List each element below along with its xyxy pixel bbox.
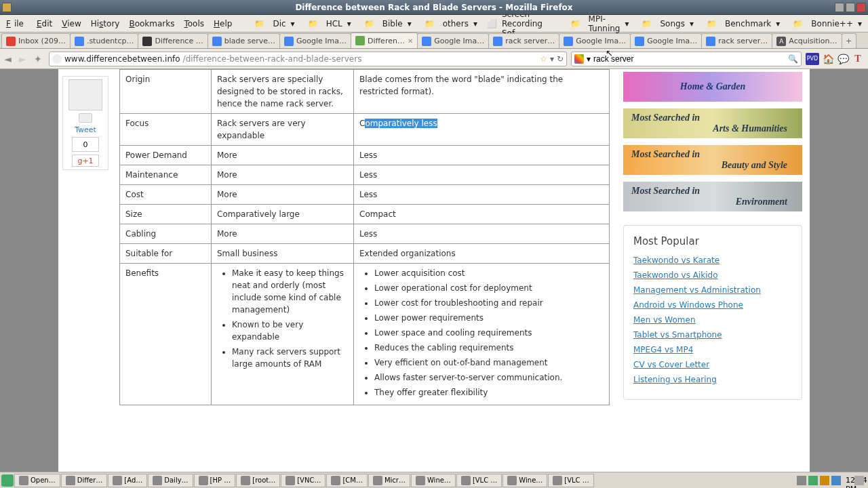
bookmark-songs[interactable]: 📁Songs▾	[635, 16, 696, 31]
reload-icon[interactable]: ↻	[557, 54, 564, 64]
home-icon[interactable]: 🏠	[822, 53, 834, 65]
text-icon[interactable]: T	[852, 53, 864, 65]
tab-inbox[interactable]: Inbox (209…	[1, 33, 71, 48]
taskbar-button[interactable]: Daily…	[148, 474, 193, 487]
taskbar-button[interactable]: Wine…	[502, 474, 547, 487]
tray-icon[interactable]	[808, 476, 818, 485]
search-box[interactable]: ▾ 🔍	[571, 52, 802, 66]
site-identity-icon[interactable]	[52, 54, 62, 64]
bookmark-bible[interactable]: 📁Bible▾	[357, 16, 415, 31]
menu-history[interactable]: History	[87, 18, 123, 30]
list-item: Lower acquisition cost	[374, 267, 604, 279]
bookmark-benchmark[interactable]: 📁Benchmark▾	[700, 16, 783, 31]
table-row: OriginRack servers are specially designe…	[120, 70, 610, 114]
table-row: MaintenanceMoreLess	[120, 165, 610, 185]
menubar: File Edit View History Bookmarks Tools H…	[0, 15, 868, 33]
right-sidebar: Home & Garden Most Searched inArts & Hum…	[616, 69, 810, 472]
list-item: Many rack servers support large amounts …	[232, 346, 348, 370]
bookmark-hcl[interactable]: 📁HCL▾	[301, 16, 355, 31]
show-desktop-icon[interactable]	[854, 476, 864, 485]
share-sidebar: Tweet 0 g+1	[58, 69, 113, 472]
tab-blade-server[interactable]: blade serve…	[208, 33, 280, 48]
tab-strip: Inbox (209… .studentcp… Difference … bla…	[0, 33, 868, 49]
tab-rack-server-1[interactable]: rack server…	[488, 33, 559, 48]
chat-icon[interactable]: 💬	[837, 53, 849, 65]
menu-edit[interactable]: Edit	[33, 18, 56, 30]
taskbar-button[interactable]: [HP …	[194, 474, 236, 487]
activity-icon[interactable]: ✦	[34, 54, 45, 64]
list-item: Lower space and cooling requirements	[374, 327, 604, 339]
search-submit-icon[interactable]: 🔍	[788, 54, 798, 64]
popular-link[interactable]: Tablet vs Smartphone	[633, 330, 792, 340]
taskbar-button[interactable]: [VNC…	[281, 474, 326, 487]
menu-file[interactable]: File	[3, 18, 31, 30]
taskbar-button[interactable]: [VLC …	[456, 474, 502, 487]
bookmark-bonnie[interactable]: 📁Bonnie++▾	[786, 16, 865, 31]
google-icon[interactable]	[574, 54, 584, 64]
banner-beauty-style[interactable]: Most Searched inBeauty and Style	[623, 145, 802, 175]
tab-close-icon[interactable]: ✕	[408, 37, 413, 45]
bookmark-dic[interactable]: 📁Dic▾	[248, 16, 298, 31]
banner-arts-humanities[interactable]: Most Searched inArts & Humanities	[623, 108, 802, 138]
list-item: Very efficient on out-of-band management	[374, 357, 604, 369]
start-menu-icon[interactable]	[1, 474, 14, 487]
popular-link[interactable]: Taekwondo vs Karate	[633, 256, 792, 265]
maximize-icon[interactable]	[846, 3, 855, 12]
menu-view[interactable]: View	[58, 18, 84, 30]
menu-help[interactable]: Help	[210, 18, 235, 30]
taskbar-button[interactable]: Wine…	[411, 474, 456, 487]
feed-icon[interactable]: ▾	[550, 54, 554, 64]
table-row: Suitable forSmall businessExtended organ…	[120, 244, 610, 264]
tray-icon[interactable]	[831, 476, 841, 485]
taskbar-button[interactable]: Open…	[14, 474, 60, 487]
taskbar-button[interactable]: Micr…	[368, 474, 410, 487]
banner-home-garden[interactable]: Home & Garden	[623, 72, 802, 102]
tab-acquisition[interactable]: AAcquisition…	[772, 33, 842, 48]
popular-link[interactable]: Android vs Windows Phone	[633, 300, 792, 310]
taskbar-button[interactable]: [CM…	[326, 474, 368, 487]
clock[interactable]: 12:04 PM	[843, 476, 852, 485]
most-popular-box: Most Popular Taekwondo vs KarateTaekwond…	[623, 225, 802, 400]
tray-icon[interactable]	[820, 476, 829, 485]
bookmark-star-icon[interactable]: ☆	[540, 54, 547, 64]
window-menu-icon[interactable]	[2, 3, 12, 12]
tab-studentcp[interactable]: .studentcp…	[70, 33, 139, 48]
banner-environment[interactable]: Most Searched inEnvironment	[623, 182, 802, 211]
bookmark-others[interactable]: 📁others▾	[418, 16, 481, 31]
popular-link[interactable]: Taekwondo vs Aikido	[633, 270, 792, 280]
popular-link[interactable]: MPEG4 vs MP4	[633, 345, 792, 354]
taskbar: Open…Differ…[Ad…Daily…[HP …[root…[VNC…[C…	[0, 472, 868, 488]
tab-google-images-3[interactable]: Google Ima…	[559, 33, 631, 48]
tab-google-images-2[interactable]: Google Ima…	[417, 33, 489, 48]
tab-rack-server-2[interactable]: rack server…	[701, 33, 772, 48]
window-title: Difference between Rack and Blade Server…	[295, 3, 572, 12]
popular-link[interactable]: Men vs Women	[633, 315, 792, 325]
pvd-icon[interactable]: PVD	[806, 53, 819, 65]
popular-link[interactable]: CV vs Cover Letter	[633, 360, 792, 369]
tab-google-images-4[interactable]: Google Ima…	[630, 33, 702, 48]
back-button[interactable]: ◄	[4, 54, 15, 64]
gplus-button[interactable]: g+1	[72, 155, 99, 167]
tweet-button[interactable]: Tweet	[75, 125, 96, 134]
taskbar-button[interactable]: [VLC …	[548, 474, 593, 487]
search-engine-dropdown[interactable]: ▾	[587, 54, 591, 64]
menu-tools[interactable]: Tools	[180, 18, 208, 30]
list-item: They offer greater flexibility	[374, 386, 604, 399]
forward-button[interactable]: ►	[19, 54, 30, 64]
url-input[interactable]: www.differencebetween.info/difference-be…	[49, 52, 567, 66]
taskbar-button[interactable]: [root…	[236, 474, 280, 487]
menu-bookmarks[interactable]: Bookmarks	[125, 18, 178, 30]
new-tab-button[interactable]: +	[842, 33, 856, 48]
tab-google-images-1[interactable]: Google Ima…	[279, 33, 351, 48]
popular-link[interactable]: Listening vs Hearing	[633, 375, 792, 384]
close-icon[interactable]	[856, 3, 866, 12]
search-input[interactable]	[593, 54, 785, 64]
taskbar-button[interactable]: Differ…	[61, 474, 108, 487]
minimize-icon[interactable]	[835, 3, 844, 12]
taskbar-button[interactable]: [Ad…	[108, 474, 147, 487]
tray-icon[interactable]	[797, 476, 806, 485]
popular-link[interactable]: Management vs Administration	[633, 285, 792, 295]
tab-current[interactable]: Differen…✕	[351, 33, 418, 48]
tab-difference-1[interactable]: Difference …	[138, 33, 208, 48]
table-row: CablingMoreLess	[120, 224, 610, 244]
